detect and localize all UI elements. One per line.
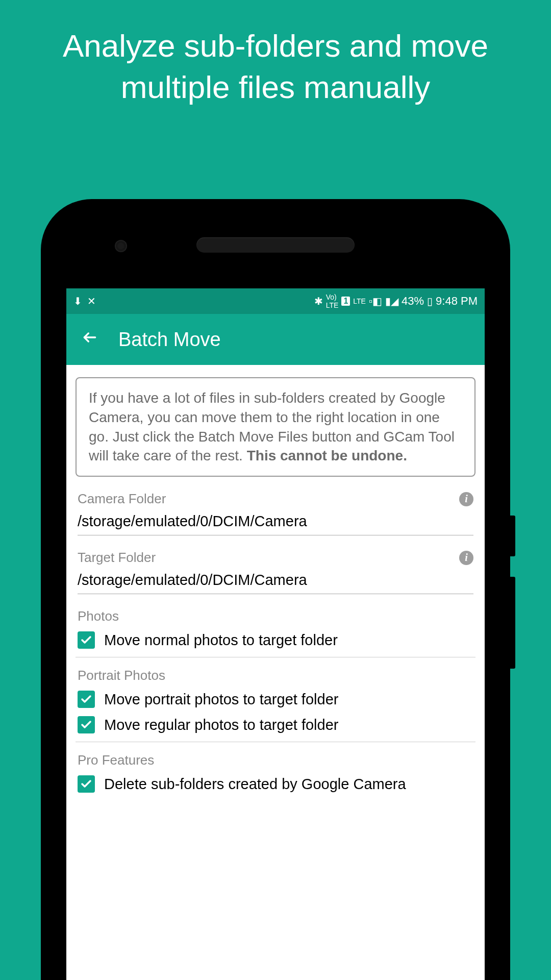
download-icon: ⬇ — [73, 295, 82, 307]
checkbox-delete-subfolders[interactable]: Delete sub-folders created by Google Cam… — [76, 775, 475, 793]
target-folder-label: Target Folder — [78, 550, 156, 566]
camera-folder-label: Camera Folder — [78, 491, 166, 507]
target-folder-section: Target Folder i — [76, 550, 475, 594]
location-off-icon: ✕ — [87, 295, 96, 307]
phone-screen: ⬇ ✕ ✱ Vo)LTE 1 LTE ▫◧ ▮◢ 43% ▯ 9:48 PM — [66, 288, 485, 980]
promo-headline: Analyze sub-folders and move multiple fi… — [0, 0, 551, 123]
battery-percent: 43% — [402, 295, 424, 308]
photos-section: Photos Move normal photos to target fold… — [76, 608, 475, 649]
pro-section: Pro Features Delete sub-folders created … — [76, 752, 475, 793]
info-box: If you have a lot of files in sub-folder… — [76, 377, 475, 477]
checkbox-icon — [78, 691, 95, 708]
checkbox-move-portrait-photos[interactable]: Move portrait photos to target folder — [76, 691, 475, 708]
checkbox-icon — [78, 716, 95, 733]
phone-frame: ⬇ ✕ ✱ Vo)LTE 1 LTE ▫◧ ▮◢ 43% ▯ 9:48 PM — [41, 199, 510, 980]
battery-icon: ▯ — [427, 295, 433, 307]
checkbox-icon — [78, 631, 95, 649]
phone-volume-button — [510, 577, 515, 669]
target-folder-input[interactable] — [78, 569, 473, 594]
divider — [76, 742, 475, 742]
checkbox-move-regular-photos[interactable]: Move regular photos to target folder — [76, 716, 475, 733]
checkbox-label: Move regular photos to target folder — [104, 717, 338, 733]
status-time: 9:48 PM — [436, 295, 478, 308]
checkbox-label: Move portrait photos to target folder — [104, 691, 338, 708]
divider — [76, 657, 475, 657]
sim-icon: 1 — [341, 297, 350, 306]
app-bar: Batch Move — [66, 314, 485, 365]
back-button[interactable] — [82, 329, 98, 350]
portrait-title: Portrait Photos — [76, 668, 475, 683]
checkbox-label: Move normal photos to target folder — [104, 632, 338, 649]
signal-icon: ▫◧ — [369, 295, 382, 307]
info-icon[interactable]: i — [459, 492, 473, 506]
checkbox-label: Delete sub-folders created by Google Cam… — [104, 776, 406, 793]
phone-power-button — [510, 516, 515, 556]
status-bar: ⬇ ✕ ✱ Vo)LTE 1 LTE ▫◧ ▮◢ 43% ▯ 9:48 PM — [66, 288, 485, 314]
checkbox-icon — [78, 775, 95, 793]
info-bold: This cannot be undone. — [247, 448, 407, 463]
volte-icon: Vo)LTE — [326, 293, 339, 309]
phone-camera-dot — [115, 240, 127, 252]
bluetooth-icon: ✱ — [314, 295, 323, 307]
checkbox-move-normal-photos[interactable]: Move normal photos to target folder — [76, 631, 475, 649]
photos-title: Photos — [76, 608, 475, 624]
lte-icon: LTE — [353, 297, 366, 305]
portrait-section: Portrait Photos Move portrait photos to … — [76, 668, 475, 733]
info-icon[interactable]: i — [459, 551, 473, 565]
camera-folder-section: Camera Folder i — [76, 491, 475, 535]
signal-2-icon: ▮◢ — [385, 295, 398, 307]
pro-title: Pro Features — [76, 752, 475, 768]
phone-speaker — [196, 237, 355, 253]
content-area: If you have a lot of files in sub-folder… — [66, 365, 485, 813]
camera-folder-input[interactable] — [78, 510, 473, 535]
app-bar-title: Batch Move — [118, 329, 221, 351]
